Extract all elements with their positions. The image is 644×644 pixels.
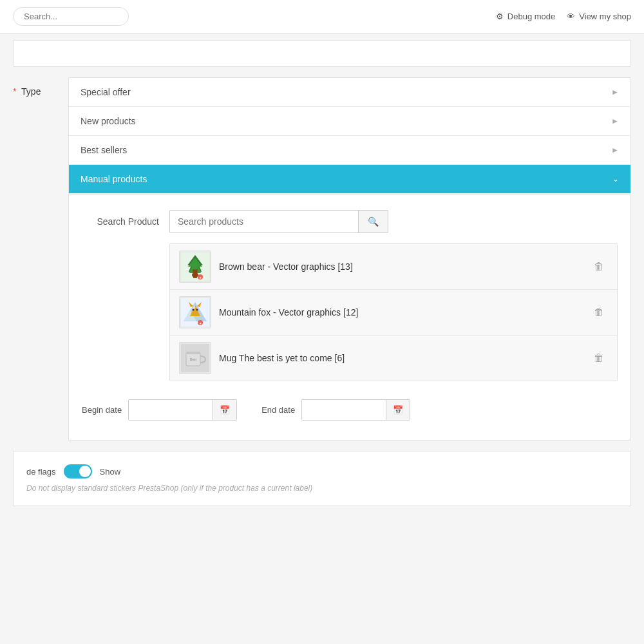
product-item-2: ★ Mountain fox - Vector graphics [12] 🗑 <box>170 290 617 336</box>
svg-rect-23 <box>186 352 200 354</box>
debug-mode-link[interactable]: ⚙ Debug mode <box>496 12 555 21</box>
search-product-row: Search Product 🔍 <box>82 210 618 233</box>
begin-date-calendar-button[interactable]: 📅 <box>213 400 236 420</box>
form-area: * Type Special offer ► New products ► <box>0 33 644 519</box>
calendar-icon-end: 📅 <box>393 405 403 415</box>
product-thumb-1: ★ <box>179 251 211 283</box>
eye-icon: 👁 <box>567 12 575 21</box>
begin-date-label: Begin date <box>82 405 122 415</box>
toggle-switch[interactable] <box>64 464 92 478</box>
best-sellers-arrow-icon: ► <box>611 146 619 155</box>
end-date-input[interactable]: 0000-00-00 <box>302 400 386 420</box>
product-item-3: Best Mug The best is yet to come [6] 🗑 <box>170 336 617 381</box>
search-products-input[interactable] <box>170 211 358 232</box>
debug-mode-label: Debug mode <box>507 12 555 21</box>
bug-icon: ⚙ <box>496 12 504 21</box>
type-label: Type <box>21 86 41 97</box>
svg-text:Best: Best <box>190 357 197 361</box>
section-top-bar <box>13 40 631 67</box>
product-name-1: Brown bear - Vector graphics [13] <box>219 261 582 272</box>
top-bar-actions: ⚙ Debug mode 👁 View my shop <box>496 12 631 21</box>
svg-point-17 <box>193 309 194 311</box>
trash-icon-1: 🗑 <box>594 261 604 272</box>
manual-products-body: Search Product 🔍 <box>68 194 631 440</box>
product-item-1: ★ Brown bear - Vector graphics [13] 🗑 <box>170 244 617 290</box>
svg-point-6 <box>193 269 194 271</box>
end-date-label: End date <box>256 405 295 415</box>
trash-icon-3: 🗑 <box>594 352 604 363</box>
product-thumb-2: ★ <box>179 296 211 328</box>
top-bar: ⚙ Debug mode 👁 View my shop <box>0 0 644 33</box>
delete-product-2-button[interactable]: 🗑 <box>590 304 608 321</box>
svg-point-7 <box>196 269 198 271</box>
flags-label: de flags <box>26 467 56 477</box>
end-date-input-wrapper: 0000-00-00 📅 <box>301 399 410 421</box>
trash-icon-2: 🗑 <box>594 307 604 317</box>
special-offer-label: Special offer <box>80 87 131 97</box>
mug-thumbnail-svg: Best <box>181 344 209 372</box>
top-bar-search-input[interactable] <box>13 7 129 26</box>
special-offer-arrow-icon: ► <box>611 88 619 97</box>
product-name-2: Mountain fox - Vector graphics [12] <box>219 307 582 317</box>
manual-products-arrow-icon: ⌄ <box>612 175 619 184</box>
search-button[interactable]: 🔍 <box>358 211 388 232</box>
begin-date-input[interactable]: 0000-00-00 <box>129 400 213 420</box>
product-list: ★ Brown bear - Vector graphics [13] 🗑 <box>169 243 618 381</box>
type-section: Special offer ► New products ► Best sell… <box>68 77 631 194</box>
delete-product-3-button[interactable]: 🗑 <box>590 350 608 366</box>
type-option-best-sellers[interactable]: Best sellers ► <box>69 136 630 165</box>
begin-date-group: Begin date 0000-00-00 📅 <box>82 399 237 421</box>
manual-products-label: Manual products <box>80 174 147 184</box>
search-input-wrapper: 🔍 <box>169 210 388 233</box>
end-date-calendar-button[interactable]: 📅 <box>386 400 410 420</box>
view-shop-label: View my shop <box>579 12 631 21</box>
toggle-label: Show <box>100 467 121 477</box>
calendar-icon-begin: 📅 <box>220 405 230 415</box>
best-sellers-label: Best sellers <box>80 145 127 155</box>
svg-point-18 <box>196 309 198 311</box>
flags-hint-text: Do not display standard stickers PrestaS… <box>26 484 618 493</box>
product-thumb-3: Best <box>179 342 211 374</box>
bear-thumbnail-svg: ★ <box>181 252 209 281</box>
search-icon: 🔍 <box>368 216 379 227</box>
top-bar-search-area <box>13 7 129 26</box>
flags-section: de flags Show Do not display standard st… <box>13 451 631 506</box>
begin-date-input-wrapper: 0000-00-00 📅 <box>128 399 237 421</box>
date-row: Begin date 0000-00-00 📅 End date <box>82 399 618 421</box>
page-wrapper: ⚙ Debug mode 👁 View my shop * Type <box>0 0 644 644</box>
new-products-label: New products <box>80 116 136 126</box>
type-options-col: Special offer ► New products ► Best sell… <box>68 77 631 440</box>
new-products-arrow-icon: ► <box>611 117 619 126</box>
type-label-col: * Type <box>13 77 58 97</box>
end-date-group: End date 0000-00-00 📅 <box>256 399 410 421</box>
required-star: * <box>13 86 16 97</box>
toggle-row: de flags Show <box>26 464 618 478</box>
type-option-manual-products[interactable]: Manual products ⌄ <box>69 165 630 194</box>
product-name-3: Mug The best is yet to come [6] <box>219 353 582 363</box>
search-product-label: Search Product <box>82 216 159 227</box>
delete-product-1-button[interactable]: 🗑 <box>590 258 608 275</box>
view-shop-link[interactable]: 👁 View my shop <box>567 12 631 21</box>
type-option-special-offer[interactable]: Special offer ► <box>69 78 630 107</box>
type-option-new-products[interactable]: New products ► <box>69 107 630 136</box>
fox-thumbnail-svg: ★ <box>181 298 209 327</box>
type-row: * Type Special offer ► New products ► <box>13 77 631 440</box>
